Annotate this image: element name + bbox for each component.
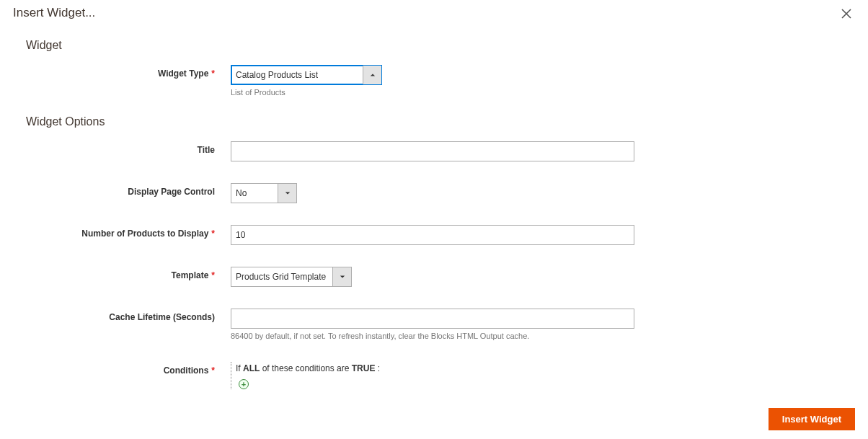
template-label: Template <box>172 270 209 280</box>
title-label: Title <box>198 145 215 155</box>
section-widget-title: Widget <box>26 39 855 52</box>
conditions-aggregator[interactable]: ALL <box>243 363 260 373</box>
required-star: * <box>211 68 215 79</box>
conditions-rule[interactable]: If ALL of these conditions are TRUE : <box>236 362 634 375</box>
section-options-title: Widget Options <box>26 115 855 128</box>
conditions-value[interactable]: TRUE <box>352 363 376 373</box>
cache-lifetime-input[interactable] <box>231 309 634 329</box>
widget-type-hint: List of Products <box>231 88 634 97</box>
display-page-control-select[interactable]: No <box>231 183 297 203</box>
insert-widget-button[interactable]: Insert Widget <box>769 408 855 430</box>
required-star: * <box>211 365 215 376</box>
chevron-down-icon <box>278 184 296 203</box>
cache-lifetime-label: Cache Lifetime (Seconds) <box>109 312 215 322</box>
required-star: * <box>211 270 215 280</box>
required-star: * <box>211 229 215 239</box>
chevron-up-icon <box>363 66 381 84</box>
widget-type-select[interactable]: Catalog Products List <box>231 65 382 85</box>
widget-type-label: Widget Type <box>158 68 208 79</box>
display-page-control-value: No <box>236 188 247 198</box>
close-icon[interactable] <box>838 6 855 23</box>
conditions-label: Conditions <box>164 365 209 376</box>
modal-title: Insert Widget... <box>13 6 95 20</box>
conditions-prefix: If <box>236 363 243 373</box>
template-value: Products Grid Template <box>236 272 326 282</box>
chevron-down-icon <box>332 267 351 286</box>
num-products-label: Number of Products to Display <box>81 229 208 239</box>
title-input[interactable] <box>231 141 634 161</box>
template-select[interactable]: Products Grid Template <box>231 267 352 287</box>
conditions-suffix: : <box>375 363 380 373</box>
conditions-middle: of these conditions are <box>260 363 351 373</box>
cache-lifetime-hint: 86400 by default, if not set. To refresh… <box>231 332 634 340</box>
add-condition-icon[interactable]: + <box>239 379 249 389</box>
num-products-input[interactable] <box>231 225 634 245</box>
display-page-control-label: Display Page Control <box>128 187 215 197</box>
conditions-box: If ALL of these conditions are TRUE : + <box>231 362 634 389</box>
widget-type-value: Catalog Products List <box>236 70 318 80</box>
